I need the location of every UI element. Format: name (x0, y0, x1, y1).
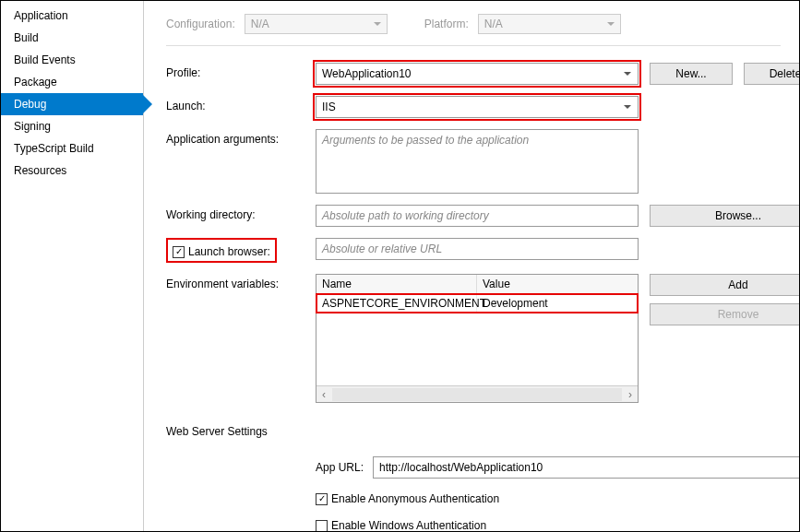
sidebar-item-resources[interactable]: Resources (1, 160, 143, 182)
launch-url-input[interactable]: Absolute or relative URL (316, 238, 639, 260)
sidebar-item-package[interactable]: Package (1, 71, 143, 93)
platform-label: Platform: (424, 18, 469, 30)
launch-browser-label: Launch browser: (188, 245, 270, 258)
enable-win-label: Enable Windows Authentication (331, 519, 486, 531)
launch-select[interactable]: IIS (316, 96, 639, 118)
env-row[interactable]: ASPNETCORE_ENVIRONMENT Development (316, 294, 638, 313)
env-col-name-header[interactable]: Name (316, 275, 477, 293)
env-vars-label: Environment variables: (166, 274, 304, 290)
remove-button[interactable]: Remove (650, 303, 799, 325)
scroll-left-icon[interactable]: ‹ (316, 388, 331, 401)
launch-browser-highlight: Launch browser: (166, 238, 277, 263)
env-cell-name: ASPNETCORE_ENVIRONMENT (316, 294, 477, 313)
sidebar-item-typescript-build[interactable]: TypeScript Build (1, 137, 143, 160)
config-row: Configuration: N/A Platform: N/A (166, 14, 781, 34)
launch-label: Launch: (166, 96, 304, 112)
sidebar: Application Build Build Events Package D… (1, 1, 144, 531)
enable-anon-label: Enable Anonymous Authentication (331, 492, 499, 505)
web-server-settings-heading: Web Server Settings (166, 425, 799, 438)
sidebar-item-build-events[interactable]: Build Events (1, 49, 143, 71)
app-url-input[interactable]: http://localhost/WebApplication10 (373, 456, 799, 479)
app-url-label: App URL: (316, 461, 364, 474)
configuration-select: N/A (245, 14, 388, 34)
working-dir-input[interactable]: Absolute path to working directory (316, 205, 639, 227)
add-button[interactable]: Add (650, 274, 799, 296)
profile-label: Profile: (166, 63, 304, 79)
delete-button[interactable]: Delete (744, 63, 799, 85)
env-col-value-header[interactable]: Value (477, 275, 638, 293)
sidebar-item-build[interactable]: Build (1, 27, 143, 49)
profile-select[interactable]: WebApplication10 (316, 63, 639, 85)
browse-button[interactable]: Browse... (650, 205, 799, 227)
scroll-right-icon[interactable]: › (623, 388, 638, 401)
app-args-textarea[interactable]: Arguments to be passed to the applicatio… (316, 129, 639, 194)
working-dir-label: Working directory: (166, 205, 304, 221)
env-vars-grid[interactable]: Name Value ASPNETCORE_ENVIRONMENT Develo… (316, 274, 639, 403)
env-cell-value: Development (477, 294, 638, 313)
sidebar-item-debug[interactable]: Debug (1, 93, 143, 115)
enable-win-checkbox[interactable] (316, 520, 328, 532)
sidebar-item-application[interactable]: Application (1, 5, 143, 27)
launch-browser-checkbox[interactable] (173, 246, 185, 258)
divider (166, 45, 781, 46)
app-args-label: Application arguments: (166, 129, 304, 146)
main-panel: Configuration: N/A Platform: N/A Profile… (144, 1, 799, 531)
enable-anon-checkbox[interactable] (316, 493, 328, 505)
configuration-label: Configuration: (166, 18, 235, 30)
sidebar-item-signing[interactable]: Signing (1, 115, 143, 137)
new-button[interactable]: New... (650, 63, 733, 85)
env-scrollbar[interactable]: ‹ › (316, 385, 638, 402)
platform-select: N/A (478, 14, 621, 34)
